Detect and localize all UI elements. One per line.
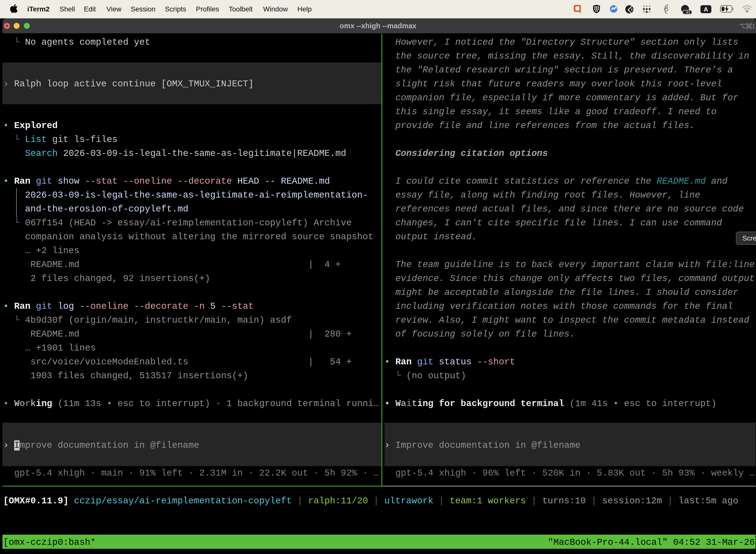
svg-text:..61: ..61 bbox=[684, 10, 690, 14]
svg-text:1: 1 bbox=[752, 22, 755, 30]
svg-text:A: A bbox=[704, 6, 708, 13]
